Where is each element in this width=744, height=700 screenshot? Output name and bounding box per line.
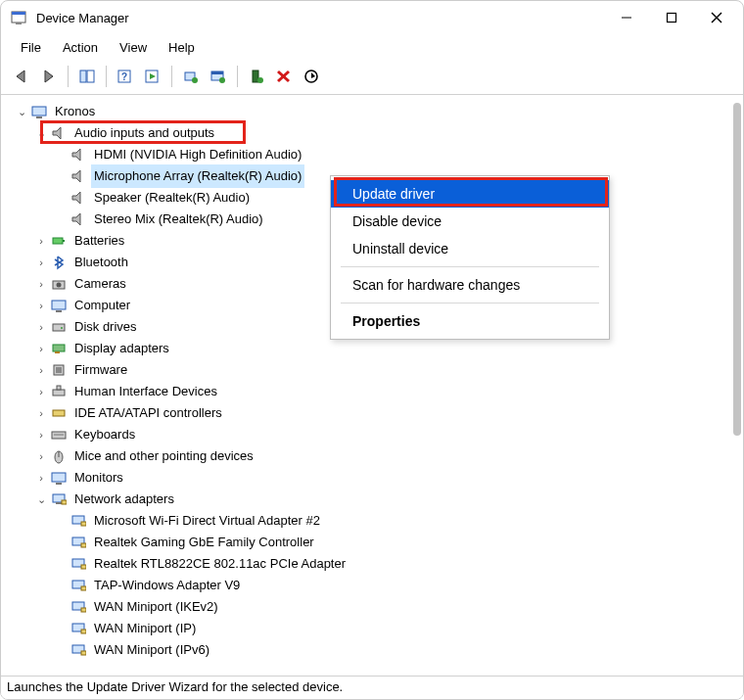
- category-monitors[interactable]: ›Monitors: [11, 467, 743, 489]
- category-label: Mice and other pointing devices: [71, 444, 256, 468]
- device-net-rtl[interactable]: Realtek RTL8822CE 802.11ac PCIe Adapter: [11, 553, 743, 575]
- svg-rect-24: [53, 238, 63, 244]
- expand-icon[interactable]: ›: [34, 445, 48, 467]
- expand-icon[interactable]: ›: [34, 359, 48, 381]
- scroll-thumb[interactable]: [733, 103, 741, 436]
- scan-hardware-button[interactable]: [206, 65, 231, 88]
- category-label: Batteries: [71, 229, 127, 253]
- svg-rect-33: [55, 351, 60, 353]
- expand-icon[interactable]: ›: [34, 273, 48, 295]
- device-net-wifi-direct[interactable]: Microsoft Wi-Fi Direct Virtual Adapter #…: [11, 510, 743, 532]
- network-adapter-icon: [70, 512, 87, 530]
- ide-icon: [50, 404, 68, 422]
- device-label: Microphone Array (Realtek(R) Audio): [91, 164, 304, 188]
- ctx-scan-hardware[interactable]: Scan for hardware changes: [331, 271, 609, 299]
- collapse-icon[interactable]: ⌄: [15, 101, 28, 122]
- device-net-tap[interactable]: TAP-Windows Adapter V9: [11, 575, 743, 596]
- collapse-icon[interactable]: ⌄: [34, 489, 48, 510]
- help-button[interactable]: ?: [113, 65, 138, 88]
- tree-root[interactable]: ⌄ Kronos: [11, 101, 743, 122]
- expand-icon[interactable]: ›: [34, 338, 48, 359]
- computer-icon: [50, 297, 68, 314]
- svg-point-27: [57, 283, 62, 288]
- svg-point-13: [192, 77, 198, 83]
- svg-rect-35: [56, 367, 62, 373]
- speaker-icon: [70, 210, 87, 228]
- enable-device-button[interactable]: [244, 65, 269, 88]
- collapse-icon[interactable]: ⌄: [34, 122, 48, 144]
- device-label: WAN Miniport (IPv6): [91, 638, 212, 662]
- menu-action[interactable]: Action: [53, 38, 108, 57]
- expand-icon[interactable]: ›: [34, 424, 48, 445]
- device-label: TAP-Windows Adapter V9: [91, 574, 243, 597]
- menu-file[interactable]: File: [11, 38, 51, 57]
- speaker-icon: [70, 146, 87, 163]
- window-title: Device Manager: [36, 11, 604, 25]
- close-button[interactable]: [694, 3, 739, 32]
- menu-help[interactable]: Help: [159, 38, 205, 57]
- device-label: WAN Miniport (IP): [91, 617, 199, 640]
- forward-button[interactable]: [36, 65, 62, 88]
- maximize-button[interactable]: [649, 3, 694, 32]
- network-adapter-icon: [70, 534, 87, 551]
- device-label: Realtek RTL8822CE 802.11ac PCIe Adapter: [91, 552, 349, 576]
- category-ide[interactable]: ›IDE ATA/ATAPI controllers: [11, 402, 743, 424]
- category-label: Disk drives: [71, 315, 140, 339]
- expand-icon[interactable]: ›: [34, 402, 48, 424]
- device-net-gbe[interactable]: Realtek Gaming GbE Family Controller: [11, 532, 743, 553]
- expand-icon[interactable]: ›: [34, 252, 48, 273]
- ctx-disable-device[interactable]: Disable device: [331, 208, 609, 235]
- device-net-wan-ikev2[interactable]: WAN Miniport (IKEv2): [11, 596, 743, 618]
- status-text: Launches the Update Driver Wizard for th…: [7, 679, 343, 694]
- app-icon: [11, 10, 26, 25]
- tree-root-label: Kronos: [52, 100, 98, 123]
- category-firmware[interactable]: ›Firmware: [11, 359, 743, 381]
- ctx-uninstall-device[interactable]: Uninstall device: [331, 235, 609, 262]
- svg-rect-46: [56, 502, 62, 504]
- device-label: Realtek Gaming GbE Family Controller: [91, 531, 317, 554]
- category-mice[interactable]: ›Mice and other pointing devices: [11, 445, 743, 467]
- network-adapter-icon: [70, 641, 87, 659]
- expand-icon[interactable]: ›: [34, 230, 48, 252]
- device-label: Microsoft Wi-Fi Direct Virtual Adapter #…: [91, 509, 323, 533]
- expand-icon[interactable]: ›: [34, 316, 48, 338]
- svg-rect-25: [63, 240, 65, 242]
- uninstall-device-button[interactable]: [271, 65, 297, 88]
- device-net-wan-ip[interactable]: WAN Miniport (IP): [11, 618, 743, 639]
- category-network[interactable]: ⌄Network adapters: [11, 489, 743, 510]
- category-label: Keyboards: [71, 423, 138, 446]
- chip-icon: [50, 361, 68, 379]
- expand-icon[interactable]: ›: [34, 467, 48, 489]
- svg-rect-22: [32, 107, 46, 116]
- network-adapter-icon: [70, 598, 87, 616]
- svg-rect-7: [80, 70, 86, 82]
- back-button[interactable]: [9, 65, 34, 88]
- category-display[interactable]: ›Display adapters: [11, 338, 743, 359]
- device-hdmi-audio[interactable]: HDMI (NVIDIA High Definition Audio): [11, 144, 743, 165]
- category-label: Display adapters: [71, 337, 172, 360]
- ctx-properties[interactable]: Properties: [331, 307, 609, 335]
- speaker-icon: [50, 124, 68, 142]
- show-hide-tree-button[interactable]: [74, 65, 100, 88]
- battery-icon: [50, 232, 68, 250]
- titlebar: Device Manager: [1, 1, 743, 34]
- category-keyboards[interactable]: ›Keyboards: [11, 424, 743, 445]
- disable-device-button[interactable]: [299, 65, 324, 88]
- update-driver-button[interactable]: [178, 65, 204, 88]
- menu-view[interactable]: View: [110, 38, 157, 57]
- svg-rect-47: [62, 500, 67, 504]
- category-hid[interactable]: ›Human Interface Devices: [11, 381, 743, 402]
- expand-icon[interactable]: ›: [34, 295, 48, 316]
- expand-icon[interactable]: ›: [34, 381, 48, 402]
- device-net-wan-ipv6[interactable]: WAN Miniport (IPv6): [11, 639, 743, 661]
- ctx-separator: [341, 266, 599, 267]
- minimize-button[interactable]: [604, 3, 649, 32]
- svg-rect-51: [81, 543, 86, 547]
- category-audio[interactable]: ⌄ Audio inputs and outputs: [11, 122, 743, 144]
- category-label: IDE ATA/ATAPI controllers: [71, 401, 225, 425]
- category-label: Network adapters: [71, 488, 177, 511]
- ctx-update-driver[interactable]: Update driver: [331, 180, 609, 208]
- action-button[interactable]: [140, 65, 165, 88]
- display-adapter-icon: [50, 340, 68, 357]
- scrollbar[interactable]: [727, 95, 741, 672]
